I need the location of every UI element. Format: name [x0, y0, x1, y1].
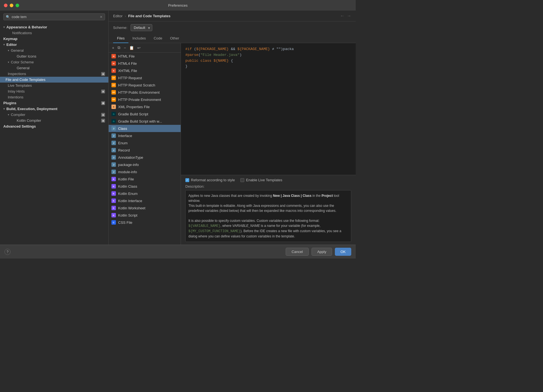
file-item-xml-properties[interactable]: X XML Properties File: [109, 103, 181, 110]
file-item-kotlin-interface[interactable]: K Kotlin Interface: [109, 197, 181, 204]
file-item-class[interactable]: J Class: [109, 125, 181, 132]
file-item-label: XML Properties File: [118, 105, 150, 109]
sidebar-item-label: Live Templates: [8, 83, 32, 88]
kotlin-file-icon: K: [111, 177, 116, 181]
file-item-kotlin-class[interactable]: K Kotlin Class: [109, 183, 181, 190]
sidebar-item-advanced-settings[interactable]: Advanced Settings: [0, 123, 108, 129]
file-item-label: Gradle Build Script with w...: [118, 119, 162, 123]
file-item-label: HTTP Request: [118, 76, 142, 80]
html-file-icon: H: [111, 54, 116, 58]
nav-back-icon[interactable]: ←: [340, 13, 345, 18]
search-clear-icon[interactable]: ✕: [100, 15, 103, 19]
file-item-kotlin-worksheet[interactable]: K Kotlin Worksheet: [109, 204, 181, 212]
help-button[interactable]: ?: [4, 249, 11, 255]
search-input[interactable]: [12, 15, 98, 19]
live-templates-checkbox[interactable]: [240, 178, 244, 182]
apply-button[interactable]: Apply: [312, 248, 332, 256]
sidebar-item-kotlin-compiler[interactable]: Kotlin Compiler ▣: [0, 118, 108, 123]
file-item-http-request[interactable]: API HTTP Request: [109, 74, 181, 81]
java-file-icon: J: [111, 141, 116, 145]
tab-code[interactable]: Code: [150, 34, 166, 43]
sidebar-item-gutter-icons[interactable]: Gutter Icons: [0, 53, 108, 59]
file-item-gradle-build[interactable]: G Gradle Build Script: [109, 110, 181, 118]
file-item-record[interactable]: J Record: [109, 147, 181, 154]
file-item-label: Kotlin Script: [118, 213, 137, 217]
cancel-button[interactable]: Cancel: [286, 248, 308, 256]
tab-files[interactable]: Files: [113, 34, 128, 43]
sidebar-item-compiler[interactable]: ▾ Compiler ▣: [0, 112, 108, 118]
file-item-interface[interactable]: J Interface: [109, 132, 181, 139]
sidebar-item-general[interactable]: ▾ General: [0, 48, 108, 53]
file-item-enum[interactable]: J Enum: [109, 139, 181, 147]
file-item-label: HTTP Public Environment: [118, 90, 160, 95]
ok-button[interactable]: OK: [335, 248, 351, 256]
badge-icon: ▣: [101, 72, 105, 76]
sidebar-item-appearance-behavior[interactable]: ▾ Appearance & Behavior: [0, 24, 108, 30]
scheme-wrapper[interactable]: Default Project: [131, 24, 152, 31]
sidebar-item-label: Kotlin Compiler: [17, 118, 41, 123]
file-item-label: module-info: [118, 170, 137, 174]
file-item-css[interactable]: C CSS File: [109, 219, 181, 226]
remove-template-button[interactable]: −: [123, 45, 127, 51]
sidebar-item-intentions[interactable]: Intentions: [0, 94, 108, 100]
badge-icon: ▣: [101, 113, 105, 117]
sidebar-item-inspections[interactable]: Inspections ▣: [0, 71, 108, 77]
live-templates-label: Enable Live Templates: [246, 178, 282, 182]
file-items: H HTML File H HTML4 File X XHTML File AP…: [109, 53, 181, 245]
sidebar-item-keymap[interactable]: Keymap: [0, 36, 108, 42]
sidebar-item-label: General: [17, 66, 29, 70]
maximize-button[interactable]: [16, 4, 19, 7]
file-item-annotation-type[interactable]: J AnnotationType: [109, 154, 181, 161]
reformat-checkbox[interactable]: ✓: [185, 178, 189, 182]
sidebar-item-live-templates[interactable]: Live Templates: [0, 83, 108, 88]
kotlin-file-icon: K: [111, 213, 116, 217]
duplicate-template-button[interactable]: 📋: [128, 45, 135, 51]
file-item-http-public-env[interactable]: API HTTP Public Environment: [109, 89, 181, 96]
breadcrumb-parent[interactable]: Editor: [113, 14, 123, 18]
search-box[interactable]: 🔍 ✕: [3, 13, 105, 20]
file-item-kotlin-script[interactable]: K Kotlin Script: [109, 212, 181, 219]
close-button[interactable]: [4, 4, 8, 7]
sidebar-item-inlay-hints[interactable]: Inlay Hints ▣: [0, 88, 108, 94]
sidebar-item-file-code-templates[interactable]: File and Code Templates: [0, 77, 108, 83]
code-line-3: public class ${NAME} {: [185, 58, 351, 64]
file-item-kotlin-file[interactable]: K Kotlin File: [109, 175, 181, 183]
sidebar-item-plugins[interactable]: Plugins ▣: [0, 100, 108, 106]
sidebar-item-color-scheme[interactable]: ▾ Color Scheme: [0, 59, 108, 65]
file-item-html[interactable]: H HTML File: [109, 53, 181, 60]
sidebar-item-notifications[interactable]: Notifications: [0, 30, 108, 36]
sidebar-item-general2[interactable]: General: [0, 65, 108, 71]
sidebar-item-label: Plugins: [3, 101, 16, 105]
tab-other[interactable]: Other: [166, 34, 183, 43]
sidebar-item-editor[interactable]: ▾ Editor: [0, 42, 108, 48]
expand-icon: ▾: [3, 107, 5, 110]
html4-file-icon: H: [111, 61, 116, 66]
file-item-package-info[interactable]: J package-info: [109, 161, 181, 168]
copy-template-button[interactable]: ⧉: [116, 45, 121, 51]
tab-includes[interactable]: Includes: [128, 34, 150, 43]
code-content[interactable]: #if (${PACKAGE_NAME} && ${PACKAGE_NAME} …: [181, 43, 356, 175]
scheme-select[interactable]: Default Project: [131, 24, 152, 31]
api-file-icon: API: [111, 97, 116, 102]
file-item-http-private-env[interactable]: API HTTP Private Environment: [109, 96, 181, 103]
file-item-kotlin-enum[interactable]: K Kotlin Enum: [109, 190, 181, 197]
minimize-button[interactable]: [10, 4, 13, 7]
file-item-module-info[interactable]: J module-info: [109, 168, 181, 175]
sidebar-item-build-execution[interactable]: ▾ Build, Execution, Deployment: [0, 106, 108, 112]
live-templates-checkbox-item[interactable]: Enable Live Templates: [240, 178, 282, 182]
add-template-button[interactable]: +: [111, 45, 115, 51]
nav-forward-icon[interactable]: →: [347, 13, 351, 18]
file-item-label: Kotlin Enum: [118, 192, 138, 196]
file-item-xhtml[interactable]: X XHTML File: [109, 67, 181, 74]
file-item-label: XHTML File: [118, 69, 137, 73]
window-controls[interactable]: [4, 4, 19, 7]
reformat-checkbox-item[interactable]: ✓ Reformat according to style: [185, 178, 235, 182]
main-layout: 🔍 ✕ ▾ Appearance & Behavior Notification…: [0, 11, 356, 245]
file-item-label: HTTP Request Scratch: [118, 83, 155, 87]
file-item-gradle-build-w[interactable]: G Gradle Build Script with w...: [109, 118, 181, 125]
file-item-http-request-scratch[interactable]: API HTTP Request Scratch: [109, 81, 181, 89]
code-editor: #if (${PACKAGE_NAME} && ${PACKAGE_NAME} …: [181, 43, 356, 245]
reset-template-button[interactable]: ↩: [136, 45, 142, 51]
file-item-html4[interactable]: H HTML4 File: [109, 60, 181, 67]
file-list: + ⧉ − 📋 ↩ H HTML File H HTML4 File: [109, 43, 181, 245]
